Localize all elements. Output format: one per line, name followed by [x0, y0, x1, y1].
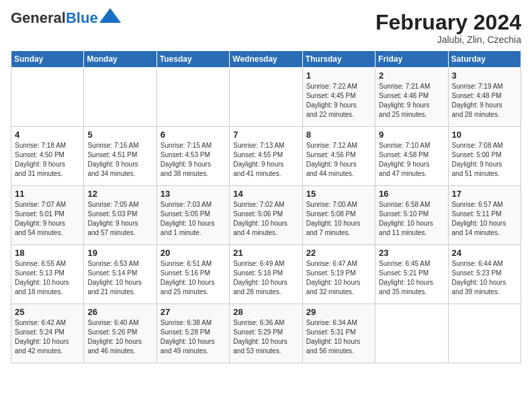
- calendar-week-row: 4Sunrise: 7:18 AMSunset: 4:50 PMDaylight…: [11, 127, 521, 186]
- day-info: Sunrise: 7:16 AMSunset: 4:51 PMDaylight:…: [87, 141, 152, 179]
- day-info: Sunrise: 7:12 AMSunset: 4:56 PMDaylight:…: [306, 141, 371, 179]
- calendar-cell: 13Sunrise: 7:03 AMSunset: 5:05 PMDayligh…: [157, 186, 229, 245]
- calendar-cell: [84, 68, 157, 127]
- day-info: Sunrise: 7:08 AMSunset: 5:00 PMDaylight:…: [452, 141, 517, 179]
- calendar-cell: 26Sunrise: 6:40 AMSunset: 5:26 PMDayligh…: [84, 304, 157, 363]
- day-info: Sunrise: 6:49 AMSunset: 5:18 PMDaylight:…: [233, 259, 298, 297]
- day-number: 19: [87, 248, 152, 258]
- day-info: Sunrise: 7:13 AMSunset: 4:55 PMDaylight:…: [233, 141, 298, 179]
- svg-marker-0: [99, 8, 121, 23]
- logo-icon: [99, 8, 121, 23]
- day-info: Sunrise: 6:44 AMSunset: 5:23 PMDaylight:…: [452, 259, 517, 297]
- calendar-cell: 4Sunrise: 7:18 AMSunset: 4:50 PMDaylight…: [11, 127, 84, 186]
- logo-text: GeneralBlue: [11, 11, 98, 26]
- calendar-cell: 12Sunrise: 7:05 AMSunset: 5:03 PMDayligh…: [84, 186, 157, 245]
- calendar-table: SundayMondayTuesdayWednesdayThursdayFrid…: [11, 50, 521, 363]
- day-number: 20: [161, 248, 226, 258]
- day-number: 24: [452, 248, 517, 258]
- calendar-cell: 17Sunrise: 6:57 AMSunset: 5:11 PMDayligh…: [448, 186, 521, 245]
- day-number: 28: [233, 307, 298, 317]
- calendar-cell: 3Sunrise: 7:19 AMSunset: 4:48 PMDaylight…: [448, 68, 521, 127]
- day-number: 16: [379, 189, 444, 199]
- day-number: 26: [87, 307, 152, 317]
- calendar-cell: 14Sunrise: 7:02 AMSunset: 5:06 PMDayligh…: [230, 186, 302, 245]
- calendar-cell: [230, 68, 302, 127]
- day-info: Sunrise: 7:02 AMSunset: 5:06 PMDaylight:…: [233, 200, 298, 238]
- month-title: February 2024: [375, 11, 521, 34]
- calendar-cell: 20Sunrise: 6:51 AMSunset: 5:16 PMDayligh…: [157, 245, 229, 304]
- page-header: GeneralBlue February 2024 Jalubi, Zlin, …: [11, 11, 521, 45]
- calendar-cell: 9Sunrise: 7:10 AMSunset: 4:58 PMDaylight…: [375, 127, 448, 186]
- calendar-header-row: SundayMondayTuesdayWednesdayThursdayFrid…: [11, 51, 521, 68]
- day-info: Sunrise: 7:22 AMSunset: 4:45 PMDaylight:…: [306, 82, 371, 120]
- day-header-tuesday: Tuesday: [157, 51, 229, 68]
- calendar-cell: 23Sunrise: 6:45 AMSunset: 5:21 PMDayligh…: [375, 245, 448, 304]
- location: Jalubi, Zlin, Czechia: [375, 34, 521, 45]
- calendar-cell: 2Sunrise: 7:21 AMSunset: 4:46 PMDaylight…: [375, 68, 448, 127]
- day-number: 18: [15, 248, 80, 258]
- calendar-cell: 24Sunrise: 6:44 AMSunset: 5:23 PMDayligh…: [448, 245, 521, 304]
- calendar-week-row: 25Sunrise: 6:42 AMSunset: 5:24 PMDayligh…: [11, 304, 521, 363]
- day-info: Sunrise: 6:38 AMSunset: 5:28 PMDaylight:…: [161, 318, 226, 356]
- day-number: 2: [379, 71, 444, 81]
- calendar-cell: 8Sunrise: 7:12 AMSunset: 4:56 PMDaylight…: [302, 127, 375, 186]
- day-header-thursday: Thursday: [302, 51, 375, 68]
- calendar-cell: [157, 68, 229, 127]
- calendar-cell: [11, 68, 84, 127]
- title-block: February 2024 Jalubi, Zlin, Czechia: [375, 11, 521, 45]
- day-info: Sunrise: 6:36 AMSunset: 5:29 PMDaylight:…: [233, 318, 298, 356]
- calendar-cell: 5Sunrise: 7:16 AMSunset: 4:51 PMDaylight…: [84, 127, 157, 186]
- day-number: 5: [87, 130, 152, 140]
- day-info: Sunrise: 6:47 AMSunset: 5:19 PMDaylight:…: [306, 259, 371, 297]
- day-info: Sunrise: 7:21 AMSunset: 4:46 PMDaylight:…: [379, 82, 444, 120]
- day-number: 13: [161, 189, 226, 199]
- logo: GeneralBlue: [11, 11, 121, 26]
- calendar-body: 1Sunrise: 7:22 AMSunset: 4:45 PMDaylight…: [11, 68, 521, 363]
- calendar-cell: 22Sunrise: 6:47 AMSunset: 5:19 PMDayligh…: [302, 245, 375, 304]
- day-number: 29: [306, 307, 371, 317]
- day-number: 17: [452, 189, 517, 199]
- day-number: 22: [306, 248, 371, 258]
- calendar-cell: 25Sunrise: 6:42 AMSunset: 5:24 PMDayligh…: [11, 304, 84, 363]
- calendar-cell: 29Sunrise: 6:34 AMSunset: 5:31 PMDayligh…: [302, 304, 375, 363]
- day-number: 21: [233, 248, 298, 258]
- day-info: Sunrise: 7:19 AMSunset: 4:48 PMDaylight:…: [452, 82, 517, 120]
- calendar-week-row: 11Sunrise: 7:07 AMSunset: 5:01 PMDayligh…: [11, 186, 521, 245]
- calendar-cell: 7Sunrise: 7:13 AMSunset: 4:55 PMDaylight…: [230, 127, 302, 186]
- day-number: 4: [15, 130, 80, 140]
- day-info: Sunrise: 7:00 AMSunset: 5:08 PMDaylight:…: [306, 200, 371, 238]
- day-info: Sunrise: 7:07 AMSunset: 5:01 PMDaylight:…: [15, 200, 80, 238]
- day-info: Sunrise: 6:51 AMSunset: 5:16 PMDaylight:…: [161, 259, 226, 297]
- day-header-wednesday: Wednesday: [230, 51, 302, 68]
- day-number: 23: [379, 248, 444, 258]
- calendar-cell: 15Sunrise: 7:00 AMSunset: 5:08 PMDayligh…: [302, 186, 375, 245]
- day-number: 11: [15, 189, 80, 199]
- day-info: Sunrise: 6:57 AMSunset: 5:11 PMDaylight:…: [452, 200, 517, 238]
- day-number: 1: [306, 71, 371, 81]
- calendar-cell: 21Sunrise: 6:49 AMSunset: 5:18 PMDayligh…: [230, 245, 302, 304]
- day-number: 14: [233, 189, 298, 199]
- day-info: Sunrise: 6:45 AMSunset: 5:21 PMDaylight:…: [379, 259, 444, 297]
- day-info: Sunrise: 6:40 AMSunset: 5:26 PMDaylight:…: [87, 318, 152, 356]
- calendar-cell: 16Sunrise: 6:58 AMSunset: 5:10 PMDayligh…: [375, 186, 448, 245]
- day-number: 8: [306, 130, 371, 140]
- day-header-monday: Monday: [84, 51, 157, 68]
- calendar-cell: [448, 304, 521, 363]
- day-info: Sunrise: 7:10 AMSunset: 4:58 PMDaylight:…: [379, 141, 444, 179]
- calendar-cell: 11Sunrise: 7:07 AMSunset: 5:01 PMDayligh…: [11, 186, 84, 245]
- day-info: Sunrise: 7:03 AMSunset: 5:05 PMDaylight:…: [161, 200, 226, 238]
- calendar-cell: [375, 304, 448, 363]
- day-number: 9: [379, 130, 444, 140]
- day-number: 25: [15, 307, 80, 317]
- day-header-saturday: Saturday: [448, 51, 521, 68]
- day-header-friday: Friday: [375, 51, 448, 68]
- day-info: Sunrise: 6:53 AMSunset: 5:14 PMDaylight:…: [87, 259, 152, 297]
- day-number: 6: [161, 130, 226, 140]
- day-info: Sunrise: 6:42 AMSunset: 5:24 PMDaylight:…: [15, 318, 80, 356]
- day-number: 7: [233, 130, 298, 140]
- calendar-cell: 19Sunrise: 6:53 AMSunset: 5:14 PMDayligh…: [84, 245, 157, 304]
- day-info: Sunrise: 7:15 AMSunset: 4:53 PMDaylight:…: [161, 141, 226, 179]
- day-info: Sunrise: 7:18 AMSunset: 4:50 PMDaylight:…: [15, 141, 80, 179]
- calendar-week-row: 18Sunrise: 6:55 AMSunset: 5:13 PMDayligh…: [11, 245, 521, 304]
- calendar-cell: 28Sunrise: 6:36 AMSunset: 5:29 PMDayligh…: [230, 304, 302, 363]
